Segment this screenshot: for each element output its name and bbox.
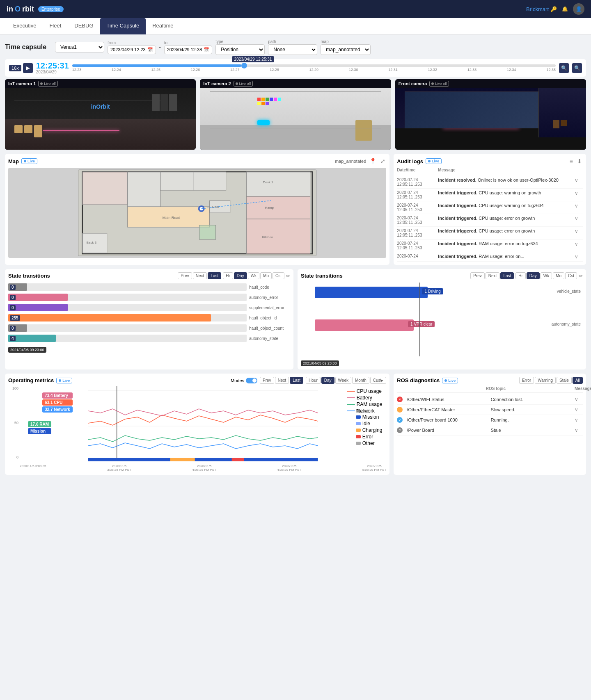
- ts-autonomy-bar: [315, 319, 413, 331]
- audit-expand-1[interactable]: ∨: [575, 190, 583, 196]
- ros-expand-3[interactable]: ∨: [575, 427, 583, 433]
- prev-btn-left[interactable]: Prev: [178, 272, 192, 279]
- audit-row-1: 2020-07-2412:05:11 .253 Incident trigger…: [397, 189, 583, 201]
- svg-rect-25: [88, 458, 318, 461]
- ros-expand-2[interactable]: ∨: [575, 417, 583, 423]
- legend-ram: RAM usage: [347, 401, 383, 407]
- header-left: inOrbit Enterprise: [7, 5, 64, 14]
- nav-fleet[interactable]: Fleet: [43, 18, 68, 34]
- mode-dot-other: [356, 442, 361, 445]
- playback-controls: 16x ▶: [9, 63, 33, 73]
- ros-status-3: ?: [397, 427, 403, 433]
- search-button-1[interactable]: 🔍: [559, 63, 569, 73]
- metrics-nav-btns: Prev Next Last: [260, 377, 303, 384]
- map-expand-icon[interactable]: ⤢: [380, 157, 386, 165]
- edit-icon-right[interactable]: ✏: [579, 273, 583, 279]
- state-controls-left: Prev Next Last Hr Day Wk Mo Cst ✏: [178, 272, 290, 279]
- nav-timecapsule[interactable]: Time Capsule: [100, 18, 146, 34]
- map-select[interactable]: map_annotated: [321, 44, 371, 55]
- to-datetime[interactable]: 2023/04/29 12:38 📅: [164, 46, 213, 54]
- timeline-tooltip: 2023/04/29 12:25:31: [232, 56, 275, 62]
- filter-all-btn[interactable]: All: [573, 377, 583, 384]
- audit-download-icon[interactable]: ⬇: [576, 157, 583, 165]
- audit-filter-icon[interactable]: ≡: [569, 157, 574, 165]
- map-svg: Main Road Back 3 Door Desk 1: [8, 168, 386, 258]
- mo-btn-left[interactable]: Mo: [260, 272, 272, 279]
- from-label: from: [108, 41, 156, 45]
- nav-debug[interactable]: DEBUG: [68, 18, 100, 34]
- modes-switch[interactable]: [246, 378, 257, 383]
- audit-panel: Audit logs Live ≡ ⬇ Date/time Message 20…: [394, 154, 586, 265]
- cam3-pillar: [538, 88, 586, 137]
- audit-expand-6[interactable]: ∨: [575, 254, 583, 260]
- notification-icon[interactable]: 🔔: [562, 6, 568, 12]
- search-button-2[interactable]: 🔍: [572, 63, 582, 73]
- wk-btn-right[interactable]: Wk: [541, 272, 552, 279]
- metrics-prev-btn[interactable]: Prev: [260, 377, 274, 384]
- hr-btn-left[interactable]: Hr: [223, 272, 233, 279]
- day-btn-left[interactable]: Day: [234, 272, 247, 279]
- filter-stale-btn[interactable]: Stale: [557, 377, 572, 384]
- nav-executive[interactable]: Executive: [7, 18, 43, 34]
- ros-expand-0[interactable]: ∨: [575, 397, 583, 402]
- metrics-week-btn[interactable]: Week: [335, 377, 351, 384]
- metrics-last-btn[interactable]: Last: [290, 377, 303, 384]
- metrics-next-btn[interactable]: Next: [275, 377, 289, 384]
- audit-expand-2[interactable]: ∨: [575, 203, 583, 209]
- header-right: Brickmart 🔑 🔔 👤: [526, 3, 584, 15]
- hr-btn-right[interactable]: Hr: [515, 272, 526, 279]
- current-date: 2023/04/29: [36, 70, 69, 74]
- iot-camera-1: IoT camera 1 Live off inOrbit: [5, 79, 196, 150]
- metrics-panel: Operating metrics Live Modes Prev: [5, 374, 389, 475]
- bar-val-5: 4: [10, 336, 16, 341]
- cam1-boxes: [14, 125, 42, 137]
- metrics-day-btn[interactable]: Day: [321, 377, 334, 384]
- mo-btn-right[interactable]: Mo: [553, 272, 564, 279]
- ros-live-badge: Live: [442, 378, 458, 383]
- audit-expand-5[interactable]: ∨: [575, 241, 583, 247]
- bar-container-2: 0: [8, 304, 247, 311]
- play-button[interactable]: ▶: [23, 63, 33, 73]
- type-select[interactable]: Position: [215, 44, 265, 55]
- user-icon[interactable]: 👤: [573, 3, 584, 15]
- cst-btn-left[interactable]: Cst: [273, 272, 284, 279]
- metrics-hour-btn[interactable]: Hour: [306, 377, 321, 384]
- state-panel-right: State transitions Prev Next Last Hr Day …: [298, 269, 586, 369]
- audit-title: Audit logs: [397, 158, 423, 164]
- filter-warning-btn[interactable]: Warning: [535, 377, 556, 384]
- prev-btn-right[interactable]: Prev: [470, 272, 485, 279]
- audit-expand-0[interactable]: ∨: [575, 178, 583, 183]
- path-select[interactable]: None: [268, 44, 317, 55]
- nav-realtime[interactable]: Realtime: [146, 18, 180, 34]
- next-btn-left[interactable]: Next: [193, 272, 207, 279]
- robot-select[interactable]: Venus1: [55, 42, 104, 52]
- edit-icon-left[interactable]: ✏: [286, 273, 290, 279]
- last-btn-left[interactable]: Last: [208, 272, 221, 279]
- camera-2-title: IoT camera 2: [203, 81, 231, 86]
- cam1-scene: inOrbit: [5, 88, 196, 150]
- timeline-track[interactable]: [72, 64, 556, 67]
- live-dot-3: [431, 82, 434, 85]
- map-pin-icon[interactable]: 📍: [369, 157, 377, 165]
- last-btn-right[interactable]: Last: [500, 272, 514, 279]
- ros-expand-1[interactable]: ∨: [575, 407, 583, 413]
- cst-btn-right[interactable]: Cst: [565, 272, 577, 279]
- next-btn-right[interactable]: Next: [486, 272, 500, 279]
- filter-error-btn[interactable]: Error: [519, 377, 534, 384]
- ros-row-0: ✕ /Other/WIFI Status Connection lost. ∨: [397, 394, 583, 405]
- legend-dot-network: [347, 410, 355, 411]
- audit-expand-3[interactable]: ∨: [575, 216, 583, 221]
- metrics-cust-btn[interactable]: Cust▸: [370, 377, 387, 384]
- metrics-month-btn[interactable]: Month: [352, 377, 369, 384]
- svg-rect-16: [247, 219, 310, 254]
- cam3-boxes: [553, 120, 567, 128]
- timeline-thumb[interactable]: [241, 63, 247, 68]
- metrics-header: Operating metrics Live Modes Prev: [8, 377, 386, 384]
- wk-btn-left[interactable]: Wk: [248, 272, 259, 279]
- middle-row: Map Live map_annotated 📍 ⤢: [5, 154, 586, 265]
- ts-autonomy-tooltip: 1 VPR clear: [408, 321, 435, 327]
- from-datetime[interactable]: 2023/04/29 12:23 📅: [108, 46, 156, 54]
- audit-expand-4[interactable]: ∨: [575, 228, 583, 234]
- day-btn-right[interactable]: Day: [527, 272, 540, 279]
- bar-val-4: 0: [10, 326, 16, 331]
